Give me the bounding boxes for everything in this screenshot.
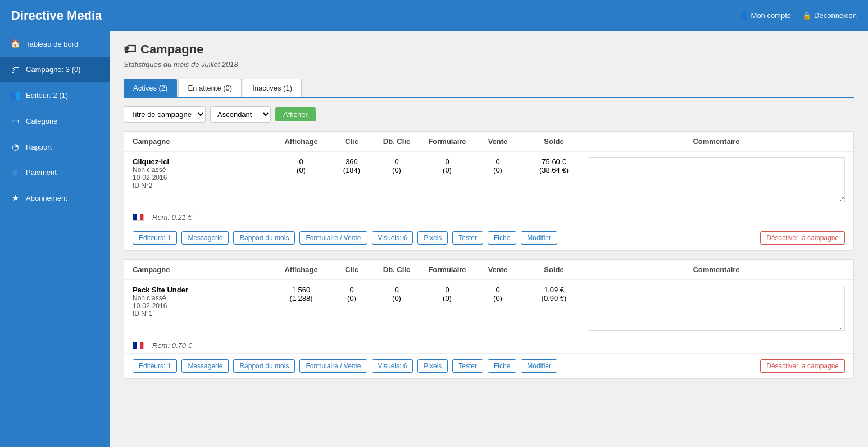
page-subtitle: Statistiques du mois de Juillet 2018	[124, 60, 854, 69]
flag-row-1: Rem: 0.21 €	[124, 210, 853, 225]
camp-vente-2: 0 (0)	[475, 286, 520, 302]
order-select[interactable]: Ascendant Descendant	[210, 106, 271, 123]
filter-bar: Titre de campagne Date Affichage Clic As…	[124, 106, 854, 123]
sidebar-item-campagne[interactable]: 🏷 Campagne: 3 (0)	[0, 57, 110, 82]
layout: 🏠 Tableau de bord 🏷 Campagne: 3 (0) 👥 Ed…	[0, 31, 868, 447]
col-affichage-1: Affichage	[273, 137, 329, 146]
formulaire-vente-button-1[interactable]: Formulaire / Vente	[299, 231, 367, 245]
sidebar-item-paiement[interactable]: ≡ Paiement	[0, 160, 110, 185]
camp-formulaire-2: 0 (0)	[419, 286, 475, 302]
chart-icon: ◔	[10, 142, 20, 152]
camp-id-1: ID N°2	[133, 182, 273, 189]
editeurs-button-2[interactable]: Editeurs: 1	[133, 359, 177, 373]
desactiver-button-1[interactable]: Désactiver la campagne	[760, 231, 845, 245]
camp-id-2: ID N°1	[133, 310, 273, 318]
sidebar-label-paiement: Paiement	[26, 168, 57, 177]
table-header-1: Campagne Affichage Clic Db. Clic Formula…	[124, 132, 853, 152]
star-icon: ★	[10, 193, 20, 203]
home-icon: 🏠	[10, 39, 20, 49]
messagerie-button-2[interactable]: Messagerie	[181, 359, 229, 373]
rem-text-2: Rem: 0.70 €	[152, 341, 192, 350]
navbar-right: 👤 Mon compte 🔒 Déconnexion	[739, 11, 857, 20]
col-vente-2: Vente	[475, 265, 520, 274]
camp-db-clic-1: 0 (0)	[374, 157, 419, 174]
camp-solde-1: 75.60 € (38.64 €)	[520, 157, 588, 174]
camp-solde-2: 1.09 € (0.90 €)	[520, 286, 588, 302]
pixels-button-1[interactable]: Pixels	[417, 231, 448, 245]
pixels-button-2[interactable]: Pixels	[417, 359, 448, 373]
modifier-button-2[interactable]: Modifier	[521, 359, 557, 373]
desactiver-button-2[interactable]: Désactiver la campagne	[760, 359, 845, 373]
visuels-button-1[interactable]: Visuels: 6	[372, 231, 413, 245]
rapport-button-1[interactable]: Rapport du mois	[233, 231, 295, 245]
sidebar-label-abonnement: Abonnement	[26, 194, 67, 202]
col-campagne-2: Campagne	[133, 265, 273, 274]
col-db-clic-2: Db. Clic	[374, 265, 419, 274]
deconnexion-link[interactable]: 🔒 Déconnexion	[802, 11, 857, 20]
tab-en-attente[interactable]: En attente (0)	[178, 79, 242, 97]
sidebar-label-campagne: Campagne: 3 (0)	[26, 65, 81, 74]
action-row-1: Editeurs: 1 Messagerie Rapport du mois F…	[124, 225, 853, 250]
sidebar-item-editeur[interactable]: 👥 Editeur: 2 (1)	[0, 82, 110, 108]
col-affichage-2: Affichage	[273, 265, 329, 274]
camp-date-2: 10-02-2016	[133, 302, 273, 310]
comment-textarea-1[interactable]	[588, 157, 845, 202]
main-content: 🏷 Campagne Statistiques du mois de Juill…	[110, 31, 868, 447]
tab-inactives[interactable]: Inactives (1)	[243, 79, 302, 97]
flag-row-2: Rem: 0.70 €	[124, 338, 853, 353]
col-solde-2: Solde	[520, 265, 588, 274]
rapport-button-2[interactable]: Rapport du mois	[233, 359, 295, 373]
campaign-data-row-2: Pack Site Under Non classé 10-02-2016 ID…	[124, 280, 853, 338]
col-vente-1: Vente	[475, 137, 520, 146]
sidebar-item-rapport[interactable]: ◔ Rapport	[0, 134, 110, 160]
camp-info-1: Cliquez-ici Non classé 10-02-2016 ID N°2	[133, 157, 273, 189]
col-clic-2: Clic	[329, 265, 374, 274]
col-campagne-1: Campagne	[133, 137, 273, 146]
comment-textarea-2[interactable]	[588, 286, 845, 331]
fiche-button-2[interactable]: Fiche	[488, 359, 516, 373]
modifier-button-1[interactable]: Modifier	[521, 231, 557, 245]
afficher-button[interactable]: Afficher	[275, 107, 316, 121]
camp-date-1: 10-02-2016	[133, 174, 273, 182]
sort-select[interactable]: Titre de campagne Date Affichage Clic	[124, 106, 206, 123]
fiche-button-1[interactable]: Fiche	[488, 231, 516, 245]
col-solde-1: Solde	[520, 137, 588, 146]
user-icon: 👤	[739, 11, 748, 20]
mon-compte-link[interactable]: 👤 Mon compte	[739, 11, 792, 20]
camp-affichage-2: 1 560 (1 288)	[273, 286, 329, 302]
formulaire-vente-button-2[interactable]: Formulaire / Vente	[299, 359, 367, 373]
camp-clic-2: 0 (0)	[329, 286, 374, 302]
sidebar-item-categorie[interactable]: ▭ Catégorie	[0, 108, 110, 134]
camp-vente-1: 0 (0)	[475, 157, 520, 174]
campaign-card-1: Campagne Affichage Clic Db. Clic Formula…	[124, 131, 854, 251]
sidebar-label-rapport: Rapport	[26, 143, 52, 151]
camp-db-clic-2: 0 (0)	[374, 286, 419, 302]
payment-icon: ≡	[10, 168, 20, 177]
action-row-2: Editeurs: 1 Messagerie Rapport du mois F…	[124, 354, 853, 378]
sidebar-item-abonnement[interactable]: ★ Abonnement	[0, 185, 110, 211]
camp-category-2: Non classé	[133, 294, 273, 302]
french-flag-2	[133, 342, 144, 349]
sidebar-label-tableau-de-bord: Tableau de bord	[26, 40, 78, 48]
tester-button-1[interactable]: Tester	[452, 231, 483, 245]
tab-actives[interactable]: Actives (2)	[124, 79, 177, 97]
camp-name-1: Cliquez-ici	[133, 157, 273, 166]
tester-button-2[interactable]: Tester	[452, 359, 483, 373]
page-title-icon: 🏷	[124, 42, 136, 57]
editeurs-button-1[interactable]: Editeurs: 1	[133, 231, 177, 245]
camp-info-2: Pack Site Under Non classé 10-02-2016 ID…	[133, 286, 273, 318]
french-flag-1	[133, 214, 144, 221]
sidebar-label-categorie: Catégorie	[26, 117, 57, 125]
camp-affichage-1: 0 (0)	[273, 157, 329, 174]
col-commentaire-1: Commentaire	[588, 137, 845, 146]
campaign-data-row-1: Cliquez-ici Non classé 10-02-2016 ID N°2…	[124, 152, 853, 210]
camp-comment-2	[588, 286, 845, 332]
messagerie-button-1[interactable]: Messagerie	[181, 231, 229, 245]
col-formulaire-1: Formulaire	[419, 137, 475, 146]
page-title: 🏷 Campagne	[124, 42, 854, 57]
sidebar-label-editeur: Editeur: 2 (1)	[26, 91, 68, 100]
visuels-button-2[interactable]: Visuels: 6	[372, 359, 413, 373]
camp-category-1: Non classé	[133, 166, 273, 174]
sidebar-item-tableau-de-bord[interactable]: 🏠 Tableau de bord	[0, 31, 110, 57]
table-header-2: Campagne Affichage Clic Db. Clic Formula…	[124, 260, 853, 280]
